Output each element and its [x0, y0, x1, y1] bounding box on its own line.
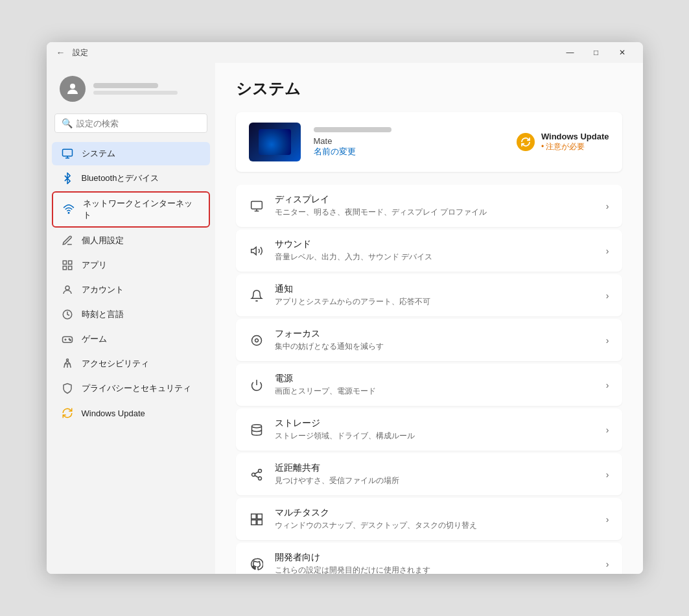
- settings-item-display[interactable]: ディスプレイ モニター、明るさ、夜間モード、ディスプレイ プロファイル ›: [236, 185, 622, 227]
- network-icon: [62, 203, 75, 216]
- notifications-subtitle: アプリとシステムからのアラート、応答不可: [275, 296, 596, 307]
- power-chevron: ›: [606, 380, 609, 390]
- storage-subtitle: ストレージ領域、ドライブ、構成ルール: [275, 431, 596, 442]
- nav-item-bluetooth[interactable]: Bluetoothとデバイス: [52, 167, 210, 190]
- apps-icon: [61, 259, 74, 272]
- nearby-title: 近距離共有: [275, 462, 596, 474]
- system-icon: [61, 147, 74, 160]
- maximize-button[interactable]: □: [583, 42, 609, 63]
- svg-point-20: [255, 338, 258, 342]
- user-email-placeholder: [93, 91, 178, 95]
- settings-item-notifications[interactable]: 通知 アプリとシステムからのアラート、応答不可 ›: [236, 274, 622, 316]
- svg-rect-7: [63, 267, 66, 270]
- settings-item-developer[interactable]: 開発者向け これらの設定は開発目的だけに使用されます ›: [236, 543, 622, 574]
- system-info: Mate 名前の変更: [314, 127, 504, 158]
- nav-item-time[interactable]: 時刻と言語: [52, 303, 210, 326]
- developer-text: 開発者向け これらの設定は開発目的だけに使用されます: [275, 552, 596, 574]
- multitasking-title: マルチタスク: [275, 507, 596, 519]
- settings-item-focus[interactable]: フォーカス 集中の妨げとなる通知を減らす ›: [236, 319, 622, 361]
- device-name: Mate: [314, 136, 504, 146]
- nav-label-accessibility: アクセシビリティ: [82, 358, 149, 370]
- gaming-icon: [61, 333, 74, 346]
- svg-rect-28: [257, 514, 262, 519]
- focus-chevron: ›: [606, 335, 609, 346]
- back-button[interactable]: ←: [54, 46, 67, 59]
- svg-marker-18: [251, 247, 256, 255]
- notifications-chevron: ›: [606, 290, 609, 301]
- svg-point-21: [251, 424, 261, 427]
- sidebar: 🔍 システム: [47, 63, 215, 574]
- windows-update-section: Windows Update • 注意が必要: [517, 132, 609, 152]
- svg-point-13: [69, 340, 71, 341]
- nav-item-system[interactable]: システム: [52, 142, 210, 165]
- svg-point-4: [68, 213, 69, 214]
- nav-item-windows-update[interactable]: Windows Update: [52, 401, 210, 425]
- svg-point-9: [65, 286, 69, 290]
- nearby-icon: [249, 467, 264, 482]
- nav-label-personalization: 個人用設定: [82, 235, 124, 246]
- windows-update-icon: [61, 407, 74, 420]
- settings-item-nearby[interactable]: 近距離共有 見つけやすさ、受信ファイルの場所 ›: [236, 453, 622, 495]
- nav-label-apps: アプリ: [82, 259, 107, 271]
- settings-item-sound[interactable]: サウンド 音量レベル、出力、入力、サウンド デバイス ›: [236, 230, 622, 272]
- notifications-text: 通知 アプリとシステムからのアラート、応答不可: [275, 283, 596, 307]
- nav-item-gaming[interactable]: ゲーム: [52, 327, 210, 351]
- developer-chevron: ›: [606, 559, 609, 569]
- multitasking-chevron: ›: [606, 514, 609, 525]
- focus-icon: [249, 333, 264, 348]
- focus-text: フォーカス 集中の妨げとなる通知を減らす: [275, 328, 596, 352]
- power-subtitle: 画面とスリープ、電源モード: [275, 386, 596, 397]
- search-icon: 🔍: [62, 118, 73, 128]
- system-card: Mate 名前の変更 Windows Update • 注: [236, 112, 622, 172]
- svg-rect-6: [68, 261, 71, 264]
- nav-item-personalization[interactable]: 個人用設定: [52, 229, 210, 252]
- nav-item-apps[interactable]: アプリ: [52, 254, 210, 277]
- storage-title: ストレージ: [275, 418, 596, 429]
- settings-item-power[interactable]: 電源 画面とスリープ、電源モード ›: [236, 364, 622, 406]
- storage-icon: [249, 422, 264, 438]
- wu-text: Windows Update • 注意が必要: [541, 132, 609, 152]
- search-input[interactable]: [76, 119, 200, 128]
- multitasking-subtitle: ウィンドウのスナップ、デスクトップ、タスクの切り替え: [275, 520, 596, 531]
- sound-icon: [249, 243, 264, 259]
- display-chevron: ›: [606, 201, 609, 211]
- title-bar: ← 設定 — □ ✕: [47, 42, 643, 63]
- storage-text: ストレージ ストレージ領域、ドライブ、構成ルール: [275, 418, 596, 442]
- search-box[interactable]: 🔍: [54, 113, 207, 133]
- nav-label-privacy: プライバシーとセキュリティ: [82, 383, 191, 394]
- nearby-subtitle: 見つけやすさ、受信ファイルの場所: [275, 475, 596, 486]
- system-name-bar: [314, 127, 391, 132]
- rename-link[interactable]: 名前の変更: [314, 146, 504, 158]
- nav-label-windows-update: Windows Update: [82, 409, 145, 418]
- nav-item-accessibility[interactable]: アクセシビリティ: [52, 352, 210, 375]
- multitasking-icon: [249, 512, 264, 527]
- developer-title: 開発者向け: [275, 552, 596, 563]
- power-title: 電源: [275, 373, 596, 385]
- svg-rect-30: [257, 519, 262, 525]
- svg-rect-27: [251, 514, 256, 519]
- accounts-icon: [61, 283, 74, 296]
- nav-label-network: ネットワークとインターネット: [83, 198, 200, 221]
- close-button[interactable]: ✕: [609, 42, 635, 63]
- power-icon: [249, 377, 264, 393]
- settings-item-storage[interactable]: ストレージ ストレージ領域、ドライブ、構成ルール ›: [236, 409, 622, 451]
- svg-rect-1: [62, 149, 72, 156]
- settings-item-multitasking[interactable]: マルチタスク ウィンドウのスナップ、デスクトップ、タスクの切り替え ›: [236, 498, 622, 540]
- multitasking-text: マルチタスク ウィンドウのスナップ、デスクトップ、タスクの切り替え: [275, 507, 596, 531]
- sound-title: サウンド: [275, 239, 596, 250]
- nav-item-accounts[interactable]: アカウント: [52, 278, 210, 302]
- title-bar-left: ← 設定: [54, 46, 88, 59]
- minimize-button[interactable]: —: [557, 42, 583, 63]
- nav-label-time: 時刻と言語: [82, 309, 124, 320]
- settings-window: ← 設定 — □ ✕: [47, 42, 643, 574]
- main-content: システム Mate 名前の変更: [215, 63, 643, 574]
- accessibility-icon: [61, 357, 74, 370]
- nav-label-accounts: アカウント: [82, 284, 124, 296]
- avatar: [60, 76, 86, 102]
- wu-title: Windows Update: [541, 132, 609, 141]
- nav-item-privacy[interactable]: プライバシーとセキュリティ: [52, 377, 210, 400]
- user-info: [93, 83, 178, 95]
- nav-item-network[interactable]: ネットワークとインターネット: [52, 191, 210, 228]
- developer-subtitle: これらの設定は開発目的だけに使用されます: [275, 565, 596, 574]
- svg-rect-29: [251, 519, 256, 525]
